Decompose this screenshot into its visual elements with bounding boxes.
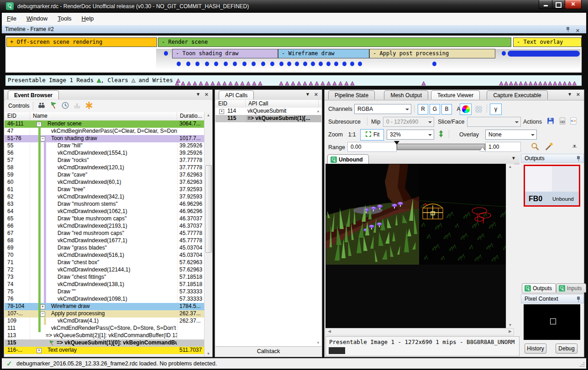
scroll-up-icon[interactable]: ▲ <box>316 109 320 113</box>
scroll-up-icon[interactable]: ▲ <box>205 113 212 117</box>
timeline-event-dot[interactable] <box>279 62 284 66</box>
timeline-event-dot[interactable] <box>224 62 228 66</box>
menu-tools[interactable]: Tools <box>52 13 76 24</box>
timeline-marker-text-overlay[interactable]: - Text overlay <box>513 37 582 47</box>
event-row-55[interactable]: 55Draw "hill"39.25926 <box>5 142 205 150</box>
api-calls-menu-icon[interactable]: ▼ <box>305 92 310 97</box>
texture-image[interactable] <box>326 164 512 265</box>
timeline-event-dot[interactable] <box>502 51 506 56</box>
timeline-event-dot[interactable] <box>214 62 218 66</box>
usage-triangle-icon[interactable]: ▲ <box>279 80 283 86</box>
timeline-event-dot[interactable] <box>195 62 200 66</box>
usage-triangle-icon[interactable]: ▲ <box>175 80 179 86</box>
custom-shader-button[interactable]: <> <box>567 116 579 128</box>
event-row-78104[interactable]: 78-104+Wireframe draw1784.5... <box>5 303 205 310</box>
event-row-63[interactable]: 63Draw "mushroom stems"46.96296 <box>5 201 205 208</box>
timeline-event-dot[interactable] <box>270 62 274 66</box>
usage-triangle-icon[interactable]: ▲ <box>351 80 354 86</box>
api-calls-close-icon[interactable]: ✕ <box>314 92 318 98</box>
api-calls-column-header[interactable]: EIDAPI Call <box>215 100 321 108</box>
channel-b-button[interactable]: B <box>441 104 452 115</box>
event-row-72[interactable]: 72vkCmdDrawIndexed(12144,1)57.62963 <box>5 266 205 274</box>
usage-triangle-icon[interactable]: ▲ <box>193 80 197 86</box>
menu-window[interactable]: Window <box>21 13 52 24</box>
event-row-58[interactable]: 58vkCmdDrawIndexed(120,1)37.77778 <box>5 164 205 172</box>
usage-triangle-icon[interactable]: ▲ <box>247 80 250 86</box>
slice-face-select[interactable] <box>467 117 521 127</box>
usage-triangle-icon[interactable]: ▲ <box>539 80 542 86</box>
column-header-name[interactable]: Name <box>30 112 177 120</box>
usage-triangle-icon[interactable]: ▲ <box>504 80 508 86</box>
event-row-5176[interactable]: 51-76−Toon shading draw1017.7... <box>5 135 205 142</box>
event-row-59[interactable]: 59Draw "cave"37.62963 <box>5 172 205 179</box>
range-black-point-handle[interactable] <box>394 141 399 147</box>
event-row-66[interactable]: 66vkCmdDrawIndexed(2193,1)46.37037 <box>5 223 205 230</box>
usage-triangle-icon[interactable]: ▲ <box>199 80 203 86</box>
column-header-duratio[interactable]: Duratio... <box>177 112 205 120</box>
timeline-event-dot[interactable] <box>164 51 168 56</box>
statistics-icon[interactable] <box>73 101 82 110</box>
event-row-56[interactable]: 56vkCmdDrawIndexed(1554,1)39.25926 <box>5 150 205 157</box>
api-call-row-115[interactable]: 115=> vkQueueSubmit(1)[... <box>215 115 321 122</box>
event-row-115[interactable]: 115=> vkQueueSubmit(1)[0]: vkBeginComman… <box>5 339 205 347</box>
texture-display[interactable]: ▲ ▼ <box>326 164 514 328</box>
event-row-67[interactable]: 67Draw "red mushroom caps"45.77778 <box>5 230 205 237</box>
event-row-74[interactable]: 74vkCmdDrawIndexed(138,1)57.18518 <box>5 281 205 288</box>
pixel-context-display[interactable] <box>524 304 580 340</box>
collapse-icon[interactable]: − <box>40 312 45 317</box>
column-header-apicall[interactable]: API Call <box>246 100 319 108</box>
expand-icon[interactable]: + <box>40 304 45 309</box>
histogram-wand-button[interactable] <box>543 141 555 153</box>
timeline-event-dot[interactable] <box>242 62 247 66</box>
toolbar-overflow-icon[interactable]: ▼ <box>572 144 577 148</box>
timeline-marker-off-screen-scene-rendering[interactable]: + Off-screen scene rendering <box>6 37 157 47</box>
timeline-pin-icon[interactable] <box>566 26 571 32</box>
zoom-1-1-button[interactable]: 1:1 <box>346 130 358 140</box>
zoom-fit-button[interactable]: Fit <box>360 129 384 141</box>
save-texture-button[interactable] <box>545 116 556 128</box>
menu-help[interactable]: Help <box>77 13 99 24</box>
event-row-73[interactable]: 73Draw "chest fittings"57.18518 <box>5 274 205 281</box>
usage-triangle-icon[interactable]: ▲ <box>229 80 232 86</box>
collapse-icon[interactable]: − <box>37 122 42 127</box>
tab-capture-executable[interactable]: Capture Executable <box>487 90 547 99</box>
event-row-70[interactable]: 70vkCmdDrawIndexed(516,1)45.03704 <box>5 252 205 259</box>
event-row-109[interactable]: 109vkCmdDraw(4,1)262.37... <box>5 318 205 325</box>
event-row-65[interactable]: 65Draw "blue mushroom caps"46.37037 <box>5 215 205 223</box>
timeline-event-dot[interactable] <box>311 62 315 66</box>
usage-triangle-icon[interactable]: ▲ <box>524 80 528 86</box>
texture-horizontal-scrollbar[interactable]: ◀▶ <box>326 328 514 335</box>
usage-triangle-icon[interactable]: ▲ <box>223 80 226 86</box>
maximize-button[interactable] <box>552 0 565 9</box>
usage-triangle-icon[interactable]: ▲ <box>573 80 577 86</box>
history-button[interactable]: History <box>525 344 546 354</box>
event-row-107[interactable]: 107-...−Apply post processing262.37... <box>5 310 205 318</box>
api-call-row-114[interactable]: +114vkQueueSubmit <box>215 108 321 115</box>
usage-triangle-icon[interactable]: ▲ <box>258 80 262 86</box>
usage-triangle-icon[interactable]: ▲ <box>327 80 331 86</box>
timeline-event-dot[interactable] <box>177 62 181 66</box>
usage-triangle-icon[interactable]: ▲ <box>333 80 336 86</box>
alpha-background-button[interactable] <box>472 104 484 115</box>
tab-event-browser[interactable]: Event Browser <box>8 90 59 99</box>
pin-icon[interactable] <box>576 156 581 162</box>
usage-triangle-icon[interactable]: ▲ <box>297 80 301 86</box>
timeline-event-capsule[interactable] <box>508 51 580 57</box>
usage-triangle-icon[interactable]: ▲ <box>553 80 557 86</box>
usage-triangle-icon[interactable]: ▲ <box>252 80 256 86</box>
timeline-event-dot[interactable] <box>252 62 256 66</box>
event-row-60[interactable]: 60vkCmdDrawIndexed(60,1)37.62963 <box>5 179 205 186</box>
event-row-76[interactable]: 76vkCmdDrawIndexed(1098,1)57.33333 <box>5 296 205 303</box>
resize-grip[interactable] <box>579 362 585 367</box>
timeline-close-icon[interactable]: ✕ <box>576 26 580 35</box>
usage-triangle-icon[interactable]: ▲ <box>543 80 547 86</box>
zoom-level-select[interactable]: 32% <box>387 130 434 140</box>
channel-a-button[interactable]: A <box>453 104 464 115</box>
outputs-panel-header[interactable]: Outputs <box>521 154 584 163</box>
timeline-event-dot[interactable] <box>303 62 307 66</box>
output-fb0-thumbnail[interactable]: FB0 Unbound <box>524 165 580 207</box>
event-row-68[interactable]: 68vkCmdDrawIndexed(1677,1)45.77778 <box>5 237 205 245</box>
channels-select[interactable]: RGBA <box>354 104 411 114</box>
usage-triangle-icon[interactable]: ▲ <box>548 80 552 86</box>
texture-tab-menu-icon[interactable]: ▼ <box>511 156 516 161</box>
